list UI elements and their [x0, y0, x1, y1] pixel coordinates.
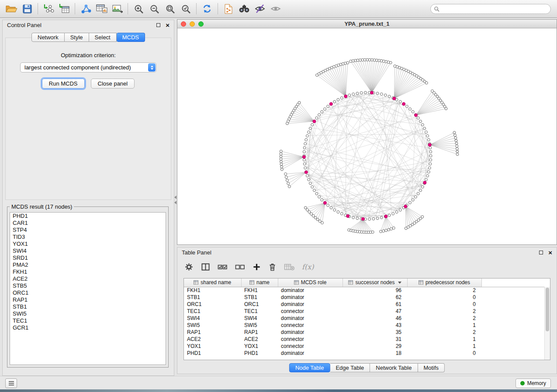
mcds-result-item[interactable]: CAR1 — [10, 220, 166, 227]
table-row[interactable]: SWI4SWI4dominator462 — [184, 315, 550, 322]
tab-network[interactable]: Network — [31, 33, 65, 42]
mcds-result-item[interactable]: GCR1 — [10, 324, 166, 331]
delete-row-button[interactable] — [268, 262, 277, 272]
criterion-selected-value: largest connected component (undirected) — [24, 64, 131, 71]
column-header-MCDS-role[interactable]: MCDS role — [278, 279, 343, 287]
table-cell: 35 — [343, 329, 407, 336]
close-panel-icon[interactable]: × — [548, 251, 552, 254]
zoom-fit-button[interactable] — [162, 1, 178, 16]
close-panel-button[interactable]: Close panel — [91, 79, 135, 89]
close-panel-icon[interactable]: × — [166, 23, 170, 27]
mcds-result-item[interactable]: SWI4 — [10, 248, 166, 254]
mcds-result-item[interactable]: FKH1 — [10, 268, 166, 275]
table-cell-filler — [481, 308, 550, 315]
mcds-result-item[interactable]: STB5 — [10, 282, 166, 289]
import-network-button[interactable] — [41, 1, 56, 16]
mcds-result-item[interactable]: PHD1 — [10, 213, 166, 220]
export-image-button[interactable] — [109, 1, 125, 16]
show-all-button[interactable] — [268, 1, 284, 16]
table-cell: RAP1 — [184, 329, 241, 336]
float-panel-icon[interactable] — [539, 251, 543, 254]
column-header-successor-nodes[interactable]: successor nodes — [343, 279, 407, 287]
tab-style[interactable]: Style — [65, 33, 89, 42]
open-file-button[interactable] — [3, 1, 19, 16]
tab-node-table[interactable]: Node Table — [289, 363, 330, 372]
table-cell: dominator — [278, 350, 343, 357]
zoom-selected-button[interactable] — [178, 1, 194, 16]
find-button[interactable] — [236, 1, 252, 16]
table-scrollbar[interactable] — [544, 287, 550, 360]
zoom-in-button[interactable] — [131, 1, 146, 16]
mcds-result-item[interactable]: TEC1 — [10, 317, 166, 324]
select-all-button[interactable] — [218, 263, 228, 271]
table-row[interactable]: ACE2ACE2connector311 — [184, 336, 550, 343]
mcds-result-item[interactable]: YOX1 — [10, 241, 166, 248]
tab-mcds[interactable]: MCDS — [117, 33, 145, 42]
mcds-result-item[interactable]: ORC1 — [10, 289, 166, 296]
table-row[interactable]: RAP1RAP1dominator352 — [184, 329, 550, 336]
criterion-select[interactable]: largest connected component (undirected) — [20, 62, 156, 72]
memory-button[interactable]: Memory — [515, 378, 551, 388]
search-field[interactable] — [430, 4, 551, 14]
mcds-result-item[interactable]: STP4 — [10, 227, 166, 234]
tab-network-table[interactable]: Network Table — [370, 363, 418, 372]
mcds-result-item[interactable]: STB1 — [10, 303, 166, 310]
toggle-column-button[interactable] — [201, 263, 210, 271]
column-header-shared-name[interactable]: shared name — [184, 279, 241, 287]
function-builder-button[interactable]: f(x) — [302, 263, 314, 271]
float-panel-icon[interactable] — [156, 23, 160, 27]
deselect-all-button[interactable] — [235, 263, 245, 271]
table-settings-button[interactable] — [184, 262, 194, 272]
mcds-result-title: MCDS result (17 nodes) — [10, 203, 74, 210]
search-input[interactable] — [442, 6, 550, 12]
desktop-background — [0, 389, 557, 392]
memory-status-icon — [520, 381, 525, 385]
table-row[interactable]: PHD1PHD1dominator180 — [184, 350, 550, 357]
hide-selected-button[interactable] — [252, 1, 268, 16]
mcds-result-item[interactable]: PMA2 — [10, 261, 166, 268]
add-row-button[interactable] — [253, 263, 261, 271]
table-cell: STB1 — [241, 294, 278, 301]
mcds-result-item[interactable]: SWI5 — [10, 310, 166, 317]
save-button[interactable] — [19, 1, 35, 16]
column-header-name[interactable]: name — [241, 279, 278, 287]
tab-select[interactable]: Select — [89, 33, 117, 42]
table-cell: 18 — [343, 350, 407, 357]
delete-table-button[interactable] — [284, 263, 294, 271]
network-table-button[interactable] — [93, 1, 109, 16]
table-row[interactable]: FKH1FKH1dominator962 — [184, 287, 550, 294]
table-cell-filler — [481, 315, 550, 322]
panel-selector-button[interactable] — [5, 378, 17, 388]
table-cell-filler — [481, 350, 550, 357]
column-header-predecessor-nodes[interactable]: predecessor nodes — [407, 279, 481, 287]
table-row[interactable]: TEC1TEC1connector472 — [184, 308, 550, 315]
table-cell: SWI4 — [241, 315, 278, 322]
mcds-result-item[interactable]: SRD1 — [10, 254, 166, 261]
zoom-selected-icon — [181, 4, 191, 14]
new-network-button[interactable] — [78, 1, 93, 16]
table-cell: YOX1 — [184, 343, 241, 350]
run-mcds-button[interactable]: Run MCDS — [42, 79, 85, 89]
table-row[interactable]: ORC1ORC1dominator610 — [184, 301, 550, 308]
tab-edge-table[interactable]: Edge Table — [330, 363, 370, 372]
table-cell-filler — [481, 322, 550, 329]
mcds-result-item[interactable]: RAP1 — [10, 296, 166, 303]
node-table-header-row: shared namenameMCDS rolesuccessor nodesp… — [184, 279, 550, 287]
zoom-out-button[interactable] — [146, 1, 162, 16]
scrollbar-thumb[interactable] — [546, 288, 549, 331]
network-canvas[interactable] — [177, 28, 557, 244]
table-row[interactable]: YOX1YOX1connector291 — [184, 343, 550, 350]
table-cell: 0 — [407, 301, 481, 308]
import-table-button[interactable] — [56, 1, 72, 16]
collapse-left-icon[interactable] — [174, 196, 176, 199]
table-toolbar: f(x) — [177, 259, 557, 275]
apply-style-button[interactable] — [221, 1, 236, 16]
refresh-button[interactable] — [199, 1, 215, 16]
tab-motifs[interactable]: Motifs — [418, 363, 445, 372]
mcds-result-item[interactable]: ACE2 — [10, 275, 166, 282]
mcds-result-item[interactable]: TID3 — [10, 234, 166, 241]
table-row[interactable]: SWI5SWI5connector431 — [184, 322, 550, 329]
table-row[interactable]: STB1STB1dominator620 — [184, 294, 550, 301]
collapse-left-icon[interactable] — [174, 201, 176, 204]
table-cell: 2 — [407, 315, 481, 322]
